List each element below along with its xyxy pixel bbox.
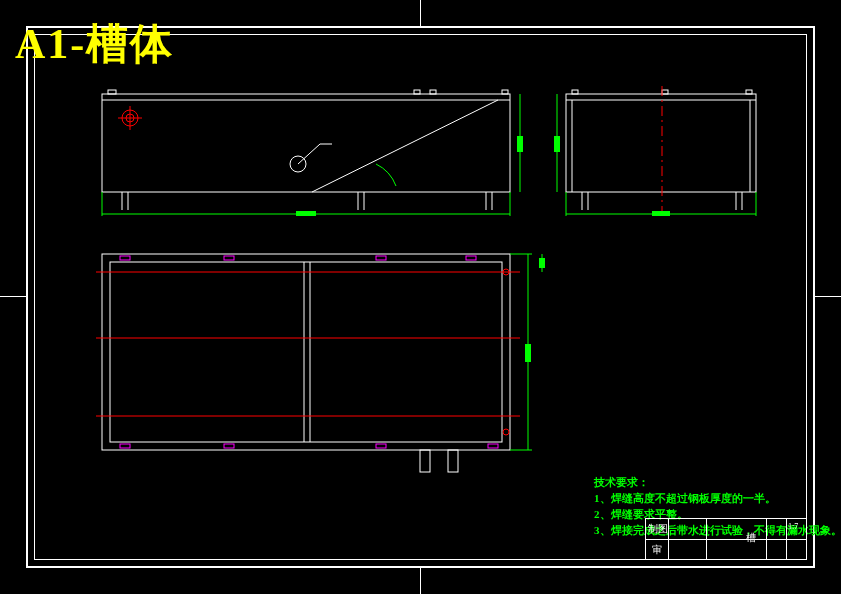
slot-mark [120,256,130,260]
plan-outer [102,254,510,450]
lug [746,90,752,94]
drain-stub [420,450,430,472]
tick-right [815,296,841,297]
slot-mark [376,256,386,260]
slot-mark [120,444,130,448]
diagonal-brace [312,100,498,192]
tank-body [102,94,510,192]
lug [662,90,668,94]
tb-label: 制图 [648,522,668,536]
leader [298,144,320,164]
tb-part: 槽 [746,531,756,545]
angle-dim-arc [376,164,396,186]
slot-mark [376,444,386,448]
hole-mark [503,429,509,435]
lug [430,90,436,94]
drain-stub [448,450,458,472]
dim-value-box [296,211,316,216]
lug [502,90,508,94]
tech-header: 技术要求： [594,474,841,490]
dim-value-box [517,136,523,152]
tb-col [706,519,707,559]
dim-value-box [525,344,531,362]
tick-top [420,0,421,26]
lug [572,90,578,94]
tb-row [646,539,806,540]
top-plan-view [96,248,586,488]
tb-col [668,519,669,559]
tb-ratio: 1:7 [788,522,798,531]
plan-inner [110,262,502,442]
tb-label: 审 [652,543,662,557]
slot-mark [224,256,234,260]
lug [108,90,116,94]
front-elevation-view [96,86,536,216]
dim-value-box [539,258,545,268]
side-elevation-view [552,86,792,216]
drawing-page: A1-槽体 [0,0,841,594]
drawing-title: A1-槽体 [15,16,174,72]
tick-left [0,296,26,297]
tech-item: 1、焊缝高度不超过钢板厚度的一半。 [594,490,841,506]
tick-bottom [420,568,421,594]
slot-mark [488,444,498,448]
lug [414,90,420,94]
title-block: 制图 审 槽 1:7 [645,518,807,560]
slot-mark [466,256,476,260]
tank-side [566,94,756,192]
slot-mark [224,444,234,448]
dim-value-box [652,211,670,216]
tb-col [766,519,767,559]
tb-col [786,519,787,559]
